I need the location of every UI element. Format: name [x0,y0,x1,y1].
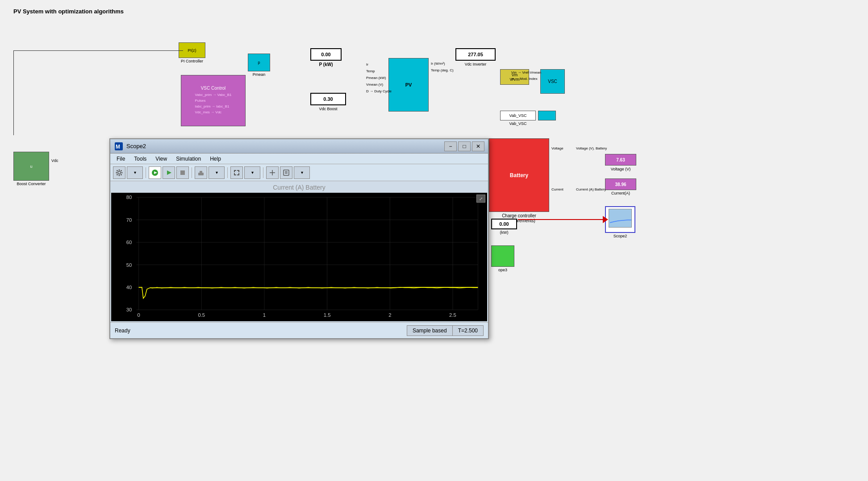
vdc-boost-display: 0.30 [310,93,346,105]
zoom-icon [197,169,204,176]
zoom-dropdown[interactable]: ▾ [209,166,225,179]
scope-chart-container: ⤢ [111,193,487,321]
scope-statusbar: Ready Sample based T=2.500 [110,322,488,338]
svg-rect-22 [234,173,235,175]
svg-point-3 [119,169,120,170]
settings-dropdown[interactable]: ▾ [127,166,143,179]
svg-rect-24 [238,173,239,175]
svg-rect-20 [238,170,239,172]
maximize-button[interactable]: □ [458,141,471,151]
fit-view-button[interactable] [230,166,243,179]
wire-left [13,50,14,135]
play-icon [165,169,172,176]
scope-chart-area: Current (A) Battery ⤢ [110,181,488,322]
scope-titlebar-icon: M [114,141,124,151]
properties-button[interactable] [280,166,292,179]
pv-port-pmean: Pmean (kW) [366,76,386,80]
scope2-mini-block[interactable] [605,206,635,233]
scope-title: Scope2 [126,143,443,149]
boost-converter-block[interactable]: u [13,152,49,181]
menu-view[interactable]: View [151,155,171,163]
red-arrow-line [518,219,604,220]
page-title: PV System with optimization algorithms [13,8,124,15]
battery-port-current: Current [551,187,563,191]
voltage-display: 7.63 [605,154,636,166]
run-button[interactable] [149,166,161,179]
battery-block[interactable]: Battery [489,138,549,212]
svg-point-8 [121,174,122,175]
svg-text:1: 1 [263,312,266,318]
scope-menubar: File Tools View Simulation Help [110,153,488,164]
svg-text:M: M [116,144,120,150]
expand-chart-button[interactable]: ⤢ [476,195,485,203]
vdc-inverter-display: 277.05 [455,48,496,61]
vsc-port-m: m → Mod. Index [511,77,538,81]
vab-vsc-label: Vab_VSC [500,121,536,126]
svg-text:30: 30 [126,307,132,312]
vsc-port-vm: Vm → Vref-Vmean [511,70,541,75]
pi-controller-label: PI Controller [179,59,205,63]
svg-text:2: 2 [388,312,391,318]
svg-point-7 [117,170,118,171]
vab-vsc-output [538,111,556,120]
scope2-mini-screen [609,209,632,228]
svg-text:60: 60 [126,240,132,245]
svg-text:0: 0 [137,312,140,318]
svg-point-9 [117,174,118,175]
svg-text:1.5: 1.5 [324,312,331,318]
menu-simulation[interactable]: Simulation [171,155,205,163]
settings-button[interactable] [113,166,125,179]
kw-label: (kW) [491,230,517,235]
run-icon [151,169,159,176]
vdc-label-boost: Vdc [51,158,58,163]
wire-top [13,50,183,51]
scope3-label: ope3 [491,268,514,272]
vdc-inverter-label: Vdc Inverter [455,62,496,66]
fit-dropdown[interactable]: ▾ [244,166,260,179]
pv-out-temp: Temp (deg. C) [431,68,454,72]
svg-rect-15 [198,173,204,175]
svg-rect-18 [234,170,235,172]
scope2-window: M Scope2 − □ ✕ File Tools View Simulatio… [109,138,489,339]
pv-port-vmean: Vmean (V) [366,83,383,87]
svg-rect-27 [284,170,289,175]
svg-point-4 [119,174,120,176]
menu-tools[interactable]: Tools [129,155,151,163]
properties-icon [283,169,290,176]
separator-1 [146,167,146,178]
separator-4 [263,167,263,178]
close-button[interactable]: ✕ [472,141,484,151]
vsc-control-block[interactable]: VSC Control Vabc_prim → Vabc_B1 Pulses I… [181,75,246,126]
props-dropdown[interactable]: ▾ [294,166,310,179]
scope3-block[interactable] [491,245,514,267]
menu-help[interactable]: Help [205,155,225,163]
svg-point-6 [121,172,123,173]
status-time: T=2.500 [453,325,484,336]
pv-block[interactable]: PV [388,58,429,112]
play-button[interactable] [163,166,175,179]
pmean-label: Pmean [248,72,270,77]
kw-display: 0.00 [491,219,517,229]
battery-port-voltage: Voltage [551,146,563,150]
scope-chart-title: Current (A) Battery [110,181,488,193]
zoom-button[interactable] [195,166,207,179]
current-display: 38.96 [605,178,636,190]
stop-button[interactable] [176,166,189,179]
stop-icon [179,169,186,176]
cursor-button[interactable] [266,166,279,179]
vab-vsc-block[interactable]: Vab_VSC [500,111,536,120]
vsc-block[interactable]: VSC [540,69,565,94]
svg-rect-14 [180,170,185,175]
pv-port-ir: Ir [366,62,368,66]
pmean-block[interactable]: p [248,54,270,71]
fit-icon [233,169,240,176]
separator-3 [227,167,228,178]
minimize-button[interactable]: − [444,141,457,151]
pv-port-temp: Temp [366,69,375,73]
cursor-icon [269,169,276,176]
matlab-icon: M [114,142,123,151]
menu-file[interactable]: File [112,155,129,163]
red-arrow-tip [603,216,608,223]
scope-titlebar: M Scope2 − □ ✕ [110,139,488,153]
voltage-label: Voltage (V) [605,167,636,171]
